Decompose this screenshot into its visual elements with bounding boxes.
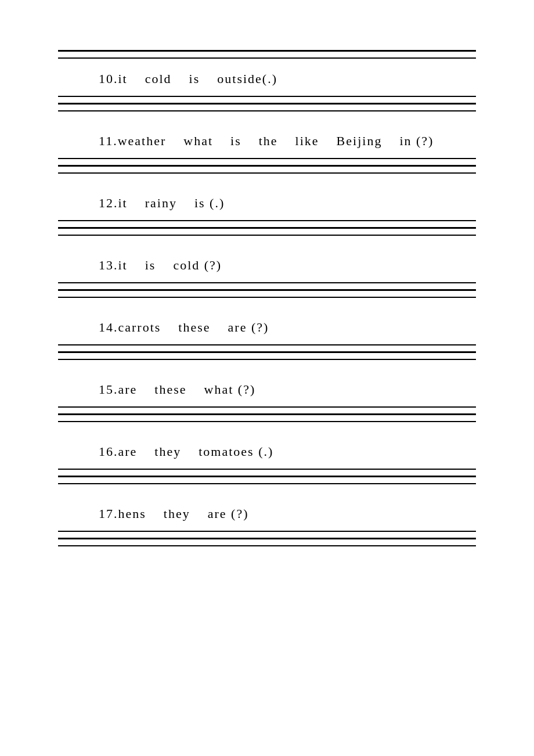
answer-line-12-3 (58, 235, 476, 236)
answer-line-11-3 (58, 172, 476, 174)
answer-line-16-3 (58, 483, 476, 485)
answer-line-15-2 (58, 413, 476, 415)
answer-line-13-1 (58, 282, 476, 283)
answer-line-13-2 (58, 289, 476, 291)
scrambled-sentence-17: 17.hens they are (?) (58, 499, 476, 527)
exercise-item-10: 10.it cold is outside(.) (58, 64, 476, 111)
answer-line-11-2 (58, 165, 476, 167)
top-separator (58, 50, 476, 59)
scrambled-sentence-11: 11.weather what is the like Beijing in (… (58, 127, 476, 154)
answer-line-14-1 (58, 344, 476, 345)
answer-lines-10 (58, 96, 476, 111)
exercise-item-13: 13.it is cold (?) (58, 251, 476, 298)
answer-line-12-2 (58, 227, 476, 229)
scrambled-sentence-10: 10.it cold is outside(.) (58, 64, 476, 92)
scrambled-sentence-12: 12.it rainy is (.) (58, 189, 476, 217)
exercise-item-14: 14.carrots these are (?) (58, 313, 476, 360)
answer-line-10-1 (58, 96, 476, 97)
answer-lines-14 (58, 344, 476, 360)
answer-line-13-3 (58, 297, 476, 298)
separator-line-1 (58, 50, 476, 52)
answer-lines-12 (58, 220, 476, 236)
answer-line-17-3 (58, 545, 476, 547)
answer-line-10-2 (58, 103, 476, 105)
answer-line-14-3 (58, 359, 476, 361)
answer-line-15-1 (58, 406, 476, 408)
exercise-item-15: 15.are these what (?) (58, 375, 476, 422)
scrambled-sentence-14: 14.carrots these are (?) (58, 313, 476, 341)
answer-line-15-3 (58, 421, 476, 423)
answer-line-17-1 (58, 531, 476, 532)
exercise-item-17: 17.hens they are (?) (58, 499, 476, 546)
answer-line-17-2 (58, 538, 476, 539)
exercise-item-12: 12.it rainy is (.) (58, 189, 476, 236)
scrambled-sentence-13: 13.it is cold (?) (58, 251, 476, 279)
page: 10.it cold is outside(.) 11.weather what… (0, 0, 534, 756)
answer-lines-13 (58, 282, 476, 298)
answer-line-14-2 (58, 351, 476, 353)
exercise-item-11: 11.weather what is the like Beijing in (… (58, 127, 476, 174)
answer-line-16-2 (58, 476, 476, 477)
exercise-item-16: 16.are they tomatoes (.) (58, 437, 476, 484)
answer-line-11-1 (58, 158, 476, 159)
answer-lines-15 (58, 406, 476, 422)
answer-line-16-1 (58, 469, 476, 470)
scrambled-sentence-15: 15.are these what (?) (58, 375, 476, 403)
answer-lines-11 (58, 158, 476, 174)
answer-line-12-1 (58, 220, 476, 221)
scrambled-sentence-16: 16.are they tomatoes (.) (58, 437, 476, 465)
answer-lines-17 (58, 531, 476, 546)
separator-line-2 (58, 57, 476, 59)
answer-line-10-3 (58, 110, 476, 112)
answer-lines-16 (58, 469, 476, 484)
